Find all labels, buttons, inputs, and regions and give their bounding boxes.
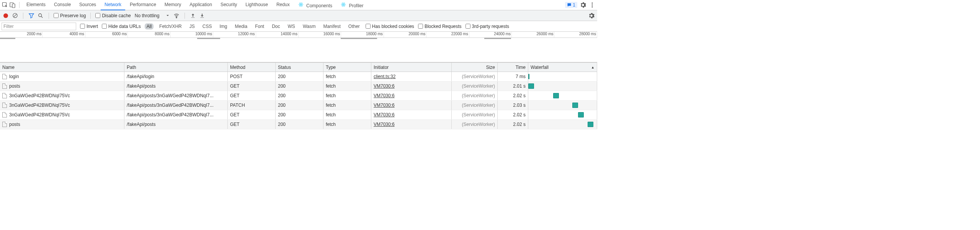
table-row[interactable]: 3nGaWGedP42BWDNqI75Vc/fakeApi/posts/3nGa… (0, 110, 597, 120)
tab-redux[interactable]: Redux (273, 0, 294, 10)
issues-count: 1 (573, 2, 575, 8)
preserve-log-checkbox[interactable]: Preserve log (54, 13, 86, 18)
cell-status: 200 (276, 91, 323, 100)
chip-css[interactable]: CSS (201, 23, 214, 29)
filter-toggle-icon[interactable] (28, 12, 35, 19)
col-time[interactable]: Time (498, 63, 528, 72)
svg-point-16 (176, 17, 177, 18)
cell-waterfall (528, 72, 597, 81)
invert-checkbox[interactable]: Invert (80, 24, 98, 29)
cell-path: /fakeApi/posts/3nGaWGedP42BWDNqI7... (124, 110, 228, 119)
tab-profiler[interactable]: Profiler (337, 0, 367, 10)
chip-fetch-xhr[interactable]: Fetch/XHR (157, 23, 184, 29)
cell-size: (ServiceWorker) (462, 83, 495, 89)
cell-initiator[interactable]: VM7030:6 (374, 83, 395, 89)
clear-icon[interactable] (11, 12, 18, 19)
cell-type: fetch (323, 72, 371, 81)
cell-initiator[interactable]: VM7030:6 (374, 122, 395, 127)
col-initiator[interactable]: Initiator (371, 63, 452, 72)
col-path[interactable]: Path (124, 63, 228, 72)
file-icon (2, 74, 7, 79)
hide-data-urls-checkbox[interactable]: Hide data URLs (102, 24, 141, 29)
timeline-overview[interactable]: 2000 ms4000 ms6000 ms8000 ms10000 ms1200… (0, 32, 597, 62)
blocked-requests-checkbox[interactable]: Blocked Requests (418, 24, 462, 29)
cell-initiator[interactable]: VM7030:6 (374, 93, 395, 98)
col-name[interactable]: Name (0, 63, 124, 72)
tab-sources[interactable]: Sources (75, 0, 100, 10)
cell-time: 2.03 s (498, 101, 528, 110)
network-toolbar: Preserve log Disable cache No throttling (0, 10, 597, 21)
tab-lighthouse[interactable]: Lighthouse (242, 0, 272, 10)
download-icon[interactable] (199, 12, 206, 19)
cell-initiator[interactable]: VM7030:6 (374, 112, 395, 117)
chip-img[interactable]: Img (217, 23, 229, 29)
table-row[interactable]: 3nGaWGedP42BWDNqI75Vc/fakeApi/posts/3nGa… (0, 101, 597, 110)
chip-js[interactable]: JS (188, 23, 197, 29)
cell-time: 2.01 s (498, 82, 528, 91)
col-status[interactable]: Status (276, 63, 323, 72)
col-method[interactable]: Method (228, 63, 276, 72)
cell-size: (ServiceWorker) (462, 74, 495, 79)
chip-other[interactable]: Other (346, 23, 362, 29)
cell-path: /fakeApi/posts (124, 120, 228, 129)
tab-memory[interactable]: Memory (161, 0, 185, 10)
chip-doc[interactable]: Doc (270, 23, 282, 29)
cell-size: (ServiceWorker) (462, 112, 495, 117)
tab-elements[interactable]: Elements (23, 0, 49, 10)
svg-point-15 (39, 13, 42, 16)
cell-time: 2.02 s (498, 110, 528, 119)
chip-ws[interactable]: WS (286, 23, 297, 29)
cell-initiator[interactable]: VM7030:6 (374, 103, 395, 108)
wifi-icon[interactable] (173, 12, 180, 19)
chip-media[interactable]: Media (233, 23, 249, 29)
tab-application[interactable]: Application (186, 0, 216, 10)
cell-type: fetch (323, 82, 371, 91)
record-button[interactable] (2, 12, 9, 19)
throttling-select[interactable]: No throttling (133, 13, 171, 18)
hide-data-urls-label: Hide data URLs (108, 24, 141, 29)
cell-method: POST (228, 72, 276, 81)
tab-security[interactable]: Security (217, 0, 241, 10)
chip-all[interactable]: All (145, 23, 154, 29)
table-row[interactable]: posts/fakeApi/postsGET200fetchVM7030:6(S… (0, 120, 597, 129)
chip-manifest[interactable]: Manifest (321, 23, 342, 29)
table-row[interactable]: posts/fakeApi/postsGET200fetchVM7030:6(S… (0, 82, 597, 91)
third-party-checkbox[interactable]: 3rd-party requests (466, 24, 509, 29)
tab-network[interactable]: Network (101, 0, 125, 10)
search-icon[interactable] (37, 12, 44, 19)
cell-initiator[interactable]: client.ts:32 (374, 74, 395, 79)
cell-time: 2.02 s (498, 120, 528, 129)
cell-waterfall (528, 120, 597, 129)
tab-performance[interactable]: Performance (126, 0, 160, 10)
kebab-icon[interactable] (589, 2, 596, 8)
svg-point-11 (592, 3, 593, 4)
file-icon (2, 122, 7, 127)
chip-font[interactable]: Font (253, 23, 266, 29)
cell-path: /fakeApi/login (124, 72, 228, 81)
cell-type: fetch (323, 91, 371, 100)
col-size[interactable]: Size (452, 63, 498, 72)
cell-waterfall (528, 110, 597, 119)
col-waterfall[interactable]: Waterfall▲ (528, 63, 597, 72)
inspect-icon[interactable] (2, 2, 8, 8)
cell-size: (ServiceWorker) (462, 122, 495, 127)
cell-time: 2.02 s (498, 91, 528, 100)
svg-point-7 (343, 4, 344, 5)
table-row[interactable]: login/fakeApi/loginPOST200fetchclient.ts… (0, 72, 597, 82)
cell-name: login (9, 74, 19, 79)
chip-wasm[interactable]: Wasm (301, 23, 318, 29)
issues-badge[interactable]: 1 (565, 2, 577, 8)
upload-icon[interactable] (189, 12, 196, 19)
tab-console[interactable]: Console (50, 0, 75, 10)
disable-cache-checkbox[interactable]: Disable cache (95, 13, 131, 18)
gear-icon[interactable] (588, 12, 595, 19)
device-toggle-icon[interactable] (9, 2, 16, 8)
file-icon (2, 112, 7, 117)
table-row[interactable]: 3nGaWGedP42BWDNqI75Vc/fakeApi/posts/3nGa… (0, 91, 597, 101)
col-type[interactable]: Type (323, 63, 371, 72)
has-blocked-cookies-checkbox[interactable]: Has blocked cookies (366, 24, 414, 29)
gear-icon[interactable] (580, 2, 586, 8)
filter-input[interactable] (2, 23, 76, 30)
cell-name: posts (9, 122, 20, 127)
tab-components[interactable]: Components (294, 0, 336, 10)
